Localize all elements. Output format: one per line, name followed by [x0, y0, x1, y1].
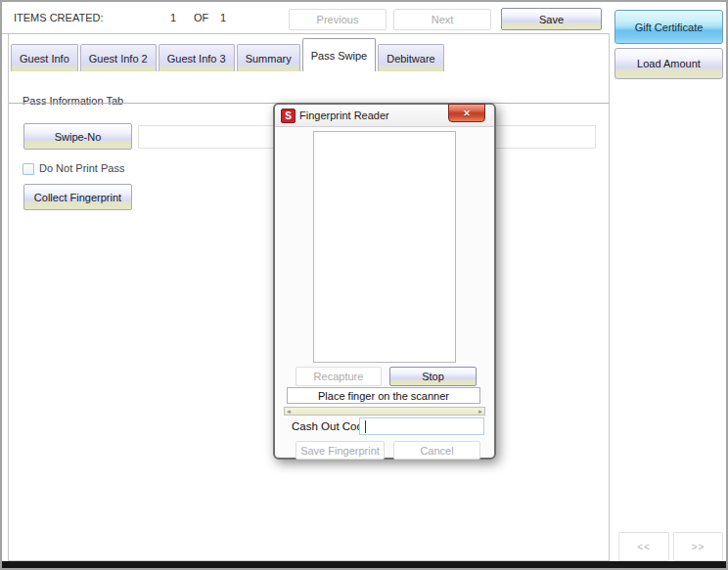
items-created-total: 1 — [220, 12, 226, 23]
app-logo-icon: S — [281, 109, 296, 123]
fingerprint-reader-dialog: S Fingerprint Reader ✕ Recapture Stop Pl… — [273, 103, 496, 460]
pass-information-tab-label: Pass Information Tab — [23, 95, 123, 107]
load-amount-button[interactable]: Load Amount — [614, 48, 723, 79]
text-cursor — [365, 420, 366, 433]
stop-button[interactable]: Stop — [389, 367, 477, 386]
window-bottom-edge — [2, 561, 726, 568]
cash-out-code-input[interactable] — [360, 418, 483, 434]
tab-guest-info-2[interactable]: Guest Info 2 — [80, 44, 157, 71]
tab-guest-info-3[interactable]: Guest Info 3 — [159, 44, 235, 71]
collect-fingerprint-button[interactable]: Collect Fingerprint — [23, 184, 132, 210]
save-button[interactable]: Save — [501, 8, 602, 30]
close-icon[interactable]: ✕ — [448, 104, 485, 122]
scroll-right-arrow-icon: ► — [478, 409, 483, 415]
items-created-label: ITEMS CREATED: — [14, 12, 103, 23]
scroll-left-arrow-icon: ◄ — [286, 409, 292, 415]
do-not-print-pass-checkbox[interactable] — [23, 163, 34, 175]
scroll-previous-button[interactable]: << — [618, 532, 669, 561]
tab-strip: Guest Info Guest Info 2 Guest Info 3 Sum… — [11, 38, 446, 71]
cash-out-code-field — [359, 417, 484, 435]
items-created-of-label: OF — [194, 12, 208, 23]
tab-debitware[interactable]: Debitware — [378, 44, 444, 71]
do-not-print-pass-label: Do Not Print Pass — [39, 162, 124, 174]
scan-progress-bar[interactable]: ◄ ► — [284, 407, 485, 416]
app-window: ITEMS CREATED: 1 OF 1 Previous Next Save… — [0, 0, 728, 570]
items-created-current: 1 — [170, 12, 176, 23]
previous-button[interactable]: Previous — [289, 9, 387, 30]
scanner-status-message: Place finger on the scanner — [287, 387, 480, 404]
swipe-no-button[interactable]: Swipe-No — [23, 123, 132, 150]
fingerprint-capture-area — [313, 131, 456, 363]
gift-certificate-button[interactable]: Gift Certificate — [614, 10, 723, 44]
next-button[interactable]: Next — [393, 9, 491, 30]
cancel-button[interactable]: Cancel — [393, 441, 480, 460]
tab-summary[interactable]: Summary — [237, 44, 300, 71]
recapture-button[interactable]: Recapture — [296, 367, 382, 386]
dialog-title: Fingerprint Reader — [299, 110, 389, 121]
dialog-titlebar[interactable]: S Fingerprint Reader ✕ — [275, 105, 494, 127]
scroll-next-button[interactable]: >> — [673, 532, 723, 561]
save-fingerprint-button[interactable]: Save Fingerprint — [296, 441, 385, 460]
tab-pass-swipe[interactable]: Pass Swipe — [302, 38, 376, 71]
tab-guest-info[interactable]: Guest Info — [11, 44, 78, 71]
